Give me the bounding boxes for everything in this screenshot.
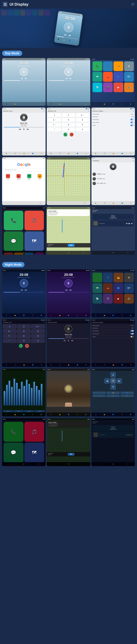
player-controls[interactable]: ⏮ ⏭ — [47, 77, 90, 80]
bottom-nav[interactable]: ⌂⊞≡ — [2, 251, 46, 255]
close-icon[interactable]: ✕ — [133, 160, 134, 162]
nav-up[interactable]: ▲ — [110, 372, 116, 378]
app-icon[interactable]: BT — [124, 72, 134, 82]
auto-connect-item[interactable]: Auto connect — [92, 121, 134, 124]
fn-btn-4[interactable]: 🎵 — [92, 394, 106, 397]
key-0[interactable]: 0 — [62, 127, 75, 132]
play-pause-btn-night[interactable]: ⏸ — [68, 339, 70, 342]
app-icon[interactable]: 🚗 — [103, 283, 113, 293]
bottom-nav[interactable]: 📱📻🔵🎵🔊 — [47, 313, 90, 317]
eq-btn[interactable]: EQ4 — [35, 410, 45, 412]
gmail-app[interactable]: ✉ Gmail — [3, 174, 13, 180]
app-icon[interactable]: ▶ — [114, 82, 123, 92]
app-icon[interactable]: 📡 — [92, 294, 102, 304]
end-call-btn[interactable]: 📵 — [70, 132, 74, 136]
eq-btn[interactable]: EQ1 — [3, 410, 13, 412]
fn-btn-6[interactable]: ⚙ — [120, 394, 134, 397]
night-nav-map[interactable] — [47, 428, 90, 452]
app-icon[interactable]: 🎵 — [103, 273, 113, 282]
carplay-music-icon[interactable]: 🎵 — [24, 211, 44, 230]
nav-map[interactable] — [47, 217, 90, 243]
bottom-nav[interactable]: 📞🎵📻🔵⚙ — [2, 363, 46, 367]
key-5[interactable]: 5 — [62, 118, 75, 122]
bottom-nav[interactable]: 📞🎵📻🔵⚙ — [92, 363, 135, 367]
app-icon[interactable]: 🗺 — [92, 283, 102, 293]
app-icon[interactable]: 🎬 — [103, 294, 113, 304]
bottom-nav[interactable]: 📞🎵📻🔵⚙ — [92, 201, 135, 205]
app-icon[interactable]: 🎬 — [103, 82, 113, 92]
call-btn-night[interactable]: 📞 — [19, 344, 23, 348]
song-item-3[interactable]: 华乐_51测试_mp3 — [92, 181, 134, 186]
eq-btn[interactable]: EQ3 — [24, 410, 34, 412]
app-icon[interactable]: 📞 — [92, 273, 102, 282]
bottom-nav[interactable]: 📞🎵📻🔵⚙ — [2, 152, 46, 156]
nav-icon[interactable] — [132, 3, 134, 6]
end-call-btn-night[interactable]: 📵 — [25, 344, 29, 348]
key-0[interactable]: 0 — [17, 339, 30, 343]
bottom-nav[interactable]: ←→⌂⊞ — [47, 201, 90, 205]
close-icon[interactable]: ✕ — [133, 322, 134, 323]
prev-btn-night[interactable]: ⏮ — [64, 339, 66, 342]
app-icon[interactable]: 🎵 — [103, 62, 113, 71]
gmail-icon[interactable]: ✉ — [6, 174, 10, 178]
key-3[interactable]: 3→ — [76, 113, 89, 117]
song-item-2[interactable]: name车载...mp3 — [92, 176, 134, 181]
bottom-nav[interactable]: ⌂⊞≡ — [2, 462, 46, 466]
app-icon[interactable]: 🗺 — [92, 72, 102, 82]
bottom-nav[interactable]: 📱📻🔵🎵🔊 — [92, 102, 135, 106]
key-5[interactable]: 5 — [17, 329, 30, 333]
app-icon[interactable]: 📞 — [92, 62, 102, 71]
bottom-nav[interactable]: 📞🎵📻🔵⚙ — [92, 152, 135, 156]
play-icon[interactable]: ▶ — [128, 222, 130, 224]
app-icon[interactable]: 🔊 — [124, 294, 134, 304]
app-icon[interactable]: 📻 — [114, 273, 123, 282]
app-icon[interactable]: 🔵 — [114, 283, 123, 293]
bottom-nav[interactable]: 📱📻🔵🎵🔊 — [47, 102, 90, 106]
auto-connect-night[interactable]: Auto connect — [92, 332, 134, 335]
carplay-messages-icon[interactable]: 💬 — [4, 231, 23, 251]
close-icon[interactable]: ✕ — [88, 322, 89, 323]
bottom-nav[interactable]: ←→⌂⊞ — [2, 201, 46, 205]
app-icon[interactable]: ⚙ — [124, 62, 134, 71]
bottom-nav[interactable]: 📱📻🔵🎵🔊 — [92, 412, 135, 416]
key-9[interactable]: 9 — [31, 334, 45, 338]
night-go-button[interactable]: GO — [68, 453, 74, 456]
night-maps-icon[interactable]: 🗺 — [24, 442, 44, 462]
player-controls[interactable]: ⏮ ⏭ — [2, 77, 46, 80]
bottom-nav[interactable]: 📱📻🔵🎵🔊 — [47, 412, 90, 416]
bottom-nav[interactable]: 📱📻🔵🎵🔊 — [92, 313, 135, 317]
maps-app[interactable]: 🗺 Maps — [24, 174, 34, 180]
nav-right[interactable]: ▶ — [116, 378, 122, 384]
close-icon[interactable]: ✕ — [133, 110, 134, 112]
app-icon[interactable]: 🔊 — [124, 82, 134, 92]
nav-ok[interactable]: OK — [110, 378, 116, 384]
bottom-nav[interactable]: ⌂⊞≡ — [47, 462, 90, 466]
close-icon[interactable]: ✕ — [43, 322, 44, 323]
key-6[interactable]: 6 — [31, 329, 45, 333]
night-next-icon[interactable]: ⏭ — [131, 434, 133, 436]
youtube-app[interactable]: ▶ YouTube — [14, 174, 23, 180]
bottom-nav[interactable]: 📞🎵📻🔵⚙ — [47, 152, 90, 156]
key-1[interactable]: 1 — [3, 324, 16, 328]
song-item-1[interactable]: 车载歌曲_96.mp3 — [92, 172, 134, 176]
prev-btn[interactable]: ⏮ — [19, 128, 21, 130]
map-view[interactable]: 📍 — [47, 160, 90, 196]
key-8[interactable]: 8 — [62, 122, 75, 127]
key-7[interactable]: 7→ — [3, 334, 16, 338]
player-controls-night[interactable]: ⏮⏭ — [2, 288, 46, 292]
key-7[interactable]: 7→ — [48, 122, 61, 127]
next-icon[interactable]: ⏭ — [131, 222, 133, 224]
key-2[interactable]: 2 — [62, 113, 75, 117]
night-music-icon[interactable]: 🎵 — [24, 422, 44, 442]
key-star[interactable]: * — [48, 127, 61, 132]
key-6[interactable]: 6 — [76, 118, 89, 122]
go-button[interactable]: GO — [68, 244, 74, 246]
key-hash[interactable]: # — [76, 127, 89, 132]
auto-connect-toggle[interactable] — [130, 122, 134, 123]
power-toggle[interactable] — [130, 124, 134, 126]
key-4[interactable]: 4→ — [48, 118, 61, 122]
google-search-bar[interactable]: 🔍 Search the web — [4, 168, 44, 172]
night-phone-icon[interactable]: 📞 — [4, 422, 24, 442]
key-2[interactable]: 2 — [17, 324, 30, 328]
power-night[interactable]: Power — [92, 335, 134, 338]
